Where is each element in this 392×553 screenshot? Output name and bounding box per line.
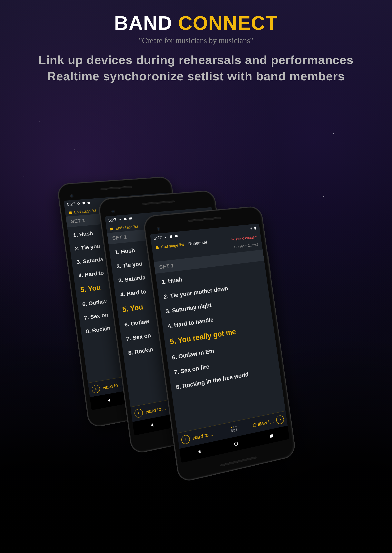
gear-icon <box>164 235 168 239</box>
tagline: "Create for musicians by musicians" <box>0 36 392 45</box>
status-time: 5:27 <box>67 202 76 207</box>
prev-button[interactable] <box>134 408 143 418</box>
band-connect-label: Band connect <box>236 235 258 241</box>
status-right <box>249 226 257 230</box>
chevron-left-icon <box>94 387 98 391</box>
spark <box>39 122 40 122</box>
wifi-icon <box>249 227 253 230</box>
screen-title: Rehearsal <box>188 240 207 247</box>
phone-camera-icon <box>70 194 74 198</box>
band-connect-status[interactable]: Band connect <box>231 235 258 242</box>
square-icon <box>123 217 127 221</box>
square-icon <box>82 202 85 205</box>
hero-header: BAND CONNECT "Create for musicians by mu… <box>0 12 392 83</box>
phone-camera-icon <box>157 227 161 231</box>
card-icon <box>174 234 178 238</box>
pager-count: 5/11 <box>231 428 238 433</box>
phone-speaker-icon <box>100 186 132 190</box>
svg-rect-14 <box>270 434 273 438</box>
pager-indicator: 5/11 <box>231 426 238 433</box>
chevron-left-icon <box>184 437 188 442</box>
svg-rect-6 <box>129 217 132 220</box>
svg-rect-5 <box>124 218 127 220</box>
subheading-1: Link up devices during rehearsals and pe… <box>0 53 392 67</box>
svg-rect-9 <box>169 235 172 238</box>
phone-speaker-icon <box>188 217 221 222</box>
prev-button[interactable] <box>181 434 190 445</box>
spark <box>333 133 334 134</box>
nav-back-icon[interactable] <box>149 422 155 428</box>
svg-rect-11 <box>254 227 256 230</box>
phone-speaker-icon <box>220 456 257 467</box>
svg-rect-10 <box>175 235 178 237</box>
nav-home-icon[interactable] <box>233 441 239 447</box>
subheading-2: Realtime synchoronize setlist with band … <box>0 69 392 83</box>
prev-button[interactable] <box>91 384 101 394</box>
chevron-left-icon <box>137 411 141 415</box>
title-word-connect: CONNECT <box>178 12 278 34</box>
end-stage-button[interactable]: End stage list <box>74 208 96 214</box>
stop-icon[interactable] <box>110 227 113 230</box>
pager-dot-icon <box>235 426 237 427</box>
card-icon <box>129 217 132 220</box>
phone-camera-icon <box>111 210 115 213</box>
status-time: 5:27 <box>108 217 117 223</box>
nav-back-icon[interactable] <box>106 398 112 403</box>
svg-rect-1 <box>87 202 90 204</box>
svg-point-4 <box>119 219 121 220</box>
stop-icon[interactable] <box>156 246 159 249</box>
svg-rect-0 <box>83 202 85 204</box>
battery-icon <box>253 226 257 230</box>
svg-rect-12 <box>255 227 255 227</box>
card-icon <box>87 201 91 205</box>
phones-stage: 5:27 End stage list SET 1 1. Hush 2. Tie… <box>0 137 392 510</box>
link-off-icon <box>231 238 235 241</box>
nav-recent-icon[interactable] <box>269 433 274 439</box>
square-icon <box>169 235 173 238</box>
end-stage-button[interactable]: End stage list <box>115 224 138 231</box>
gear-icon <box>77 202 80 205</box>
status-time: 5:27 <box>154 235 162 241</box>
end-stage-button[interactable]: End stage list <box>161 243 184 249</box>
phone-power-button <box>267 255 271 276</box>
next-label[interactable]: Outlaw i… <box>239 418 274 431</box>
pager-dot-icon <box>233 426 234 428</box>
next-button[interactable] <box>276 415 285 425</box>
nav-back-icon[interactable] <box>196 448 202 455</box>
title-word-band: BAND <box>114 12 172 34</box>
pager-dot-icon <box>231 427 232 428</box>
phone-speaker-icon <box>142 200 175 205</box>
svg-point-13 <box>234 442 238 446</box>
gear-icon <box>118 217 122 221</box>
app-title: BAND CONNECT <box>0 12 392 34</box>
chevron-right-icon <box>278 418 282 422</box>
song-list[interactable]: 1. Hush 2. Tie your mother down 3. Satur… <box>155 261 286 433</box>
stop-icon[interactable] <box>69 211 72 214</box>
